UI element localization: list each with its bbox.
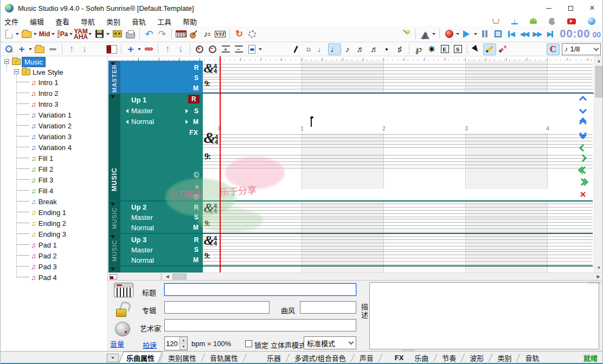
expand-tracks-button[interactable]: + — [219, 43, 232, 55]
save-dropdown[interactable] — [106, 33, 110, 37]
maximize-button[interactable] — [560, 0, 581, 16]
virtual-piano-button[interactable] — [175, 28, 188, 40]
zoom-in-button[interactable] — [193, 43, 206, 55]
up3-track-strip[interactable]: MUSIC — [108, 234, 120, 265]
scroll-right-arrow[interactable]: ▶ — [594, 272, 603, 280]
up3-notation-canvas[interactable]: & 44 9: — [203, 234, 593, 265]
up3-track-name[interactable]: Up 3 — [131, 236, 146, 244]
tempo-input[interactable] — [165, 337, 179, 350]
yamaha-export-button[interactable]: YAMAHA — [74, 28, 88, 40]
tempo-down-button[interactable]: ▼ — [180, 343, 187, 350]
horizontal-scrollbar[interactable]: ◀ ▶ — [108, 272, 603, 280]
tree-expander[interactable] — [14, 69, 19, 74]
tree-item[interactable]: ♫Pad 3 — [31, 261, 57, 272]
genre-input[interactable] — [300, 301, 356, 314]
playhead-cursor[interactable] — [220, 56, 221, 272]
up2-mute-button[interactable]: M — [190, 224, 201, 231]
vertical-scrollbar[interactable]: ▲ ▼ — [594, 56, 603, 272]
next-mode-arrow-icon[interactable] — [185, 120, 190, 124]
minimize-button[interactable] — [538, 0, 560, 16]
collapse-track-icon[interactable] — [111, 95, 115, 101]
partial-track-strip[interactable] — [108, 266, 120, 272]
new-file-dropdown[interactable] — [16, 33, 19, 37]
record-dropdown[interactable] — [456, 33, 459, 37]
midi-export-button[interactable]: Mid — [38, 28, 51, 40]
octave-up-button[interactable] — [577, 95, 589, 104]
fast-forward-button[interactable]: ▶▶ — [530, 28, 543, 40]
volume-knob-icon[interactable] — [115, 322, 130, 336]
tree-item[interactable]: ♫Fill 3 — [31, 174, 53, 185]
jump-bottom-button[interactable] — [577, 130, 589, 139]
korg-export-button[interactable]: KORGPa — [56, 28, 69, 40]
step-forward-button[interactable]: ▶ — [543, 28, 556, 40]
add-track-button[interactable]: + — [124, 43, 137, 55]
quarter-note-button[interactable]: ♩ — [328, 43, 341, 55]
up1-record-button-active[interactable]: R — [188, 95, 200, 103]
tree-item[interactable]: ♫Ending 2 — [31, 218, 66, 229]
eighth-note-button[interactable]: ♪ — [341, 43, 354, 55]
registered-icon[interactable]: ® — [195, 185, 199, 190]
download-icon[interactable]: ↓ — [511, 18, 518, 24]
play-button[interactable] — [460, 28, 473, 40]
half-note-button[interactable]: ♩ — [315, 43, 328, 55]
tree-item[interactable]: ♫Intro 1 — [31, 77, 59, 88]
collapse-tracks-button[interactable]: − — [232, 43, 245, 55]
yamaha-dropdown[interactable] — [88, 33, 92, 37]
expression-button[interactable]: E — [438, 43, 451, 55]
tab-track-properties[interactable]: 音轨属性 — [204, 352, 243, 364]
octave-down-button[interactable] — [577, 106, 589, 114]
dotted-note-button[interactable]: • — [380, 43, 393, 55]
jump-left-button[interactable] — [577, 166, 589, 174]
tree-item[interactable]: ♫Fill 1 — [31, 153, 53, 164]
copyright-icon[interactable]: © — [194, 171, 199, 179]
up3-mute-button[interactable]: M — [190, 256, 201, 264]
snap-value-select[interactable]: ♪ 1/8 — [562, 43, 601, 55]
eraser-tool-button[interactable] — [496, 43, 509, 55]
timeline-ruler[interactable] — [123, 56, 593, 61]
export-audio-button[interactable] — [111, 28, 124, 40]
record-button[interactable] — [442, 28, 456, 40]
tree-item-music[interactable]: Music — [22, 56, 46, 67]
add-category-button[interactable]: + — [15, 43, 28, 55]
delete-selection-button[interactable]: × — [577, 190, 589, 198]
remove-track-button[interactable] — [142, 43, 155, 55]
step-back-button[interactable]: ◀ — [504, 28, 517, 40]
tree-item[interactable]: ♫Intro 3 — [31, 99, 59, 109]
tree-item[interactable]: ♫Fill 2 — [31, 164, 53, 174]
description-textarea[interactable] — [369, 282, 599, 349]
volume-link[interactable]: 音量 — [110, 339, 124, 349]
track-header-toggle[interactable] — [105, 43, 118, 55]
up2-voice-label[interactable]: Master — [131, 213, 153, 222]
tab-category[interactable]: 类别 — [492, 352, 517, 364]
rest-button[interactable] — [289, 43, 302, 55]
master-track-strip[interactable]: MASTER — [108, 61, 120, 93]
partial-notation-canvas[interactable] — [203, 266, 593, 272]
open-file-button[interactable] — [20, 28, 33, 40]
artist-input[interactable] — [164, 319, 356, 332]
tab-song-properties[interactable]: 乐曲属性 — [121, 352, 160, 364]
prev-mode-arrow-icon[interactable] — [124, 120, 129, 124]
menu-navigate[interactable]: 导航 — [81, 16, 95, 27]
redo-button[interactable]: ↷ — [156, 28, 169, 40]
shop-cart-icon[interactable] — [492, 19, 499, 24]
sharp-button[interactable]: ♯ — [393, 43, 406, 55]
tree-item[interactable]: ♫Ending 3 — [31, 229, 66, 239]
arpeggio-button[interactable]: ✳ — [425, 43, 438, 55]
menu-category[interactable]: 类别 — [106, 16, 120, 27]
select-cursor-button[interactable] — [470, 43, 483, 55]
virtual-guitar-button[interactable] — [188, 28, 201, 40]
stereo-mode-select[interactable]: 标准模式 — [304, 336, 356, 349]
unlocked-padlock-icon[interactable] — [116, 302, 129, 317]
up3-mode-label[interactable]: Normal — [131, 256, 154, 264]
up2-track-strip[interactable]: MUSIC — [108, 202, 120, 233]
tree-item[interactable]: ♫Variation 1 — [31, 109, 72, 120]
up1-track-header[interactable]: MUSIC Up 1 Master Normal R S M FX © ® ℗ — [108, 94, 203, 200]
up2-notation-canvas[interactable]: & 44 9: — [203, 202, 593, 233]
undo-button[interactable]: ↶ — [143, 28, 156, 40]
vertical-scroll-thumb[interactable] — [595, 66, 602, 98]
track-down-button[interactable]: ↓ — [174, 43, 187, 55]
import-category-button[interactable] — [33, 43, 46, 55]
jump-right-button[interactable] — [577, 178, 589, 186]
tempo-link[interactable]: 拍速 — [143, 340, 157, 350]
thirtysecond-note-button[interactable]: ♬ — [367, 43, 380, 55]
